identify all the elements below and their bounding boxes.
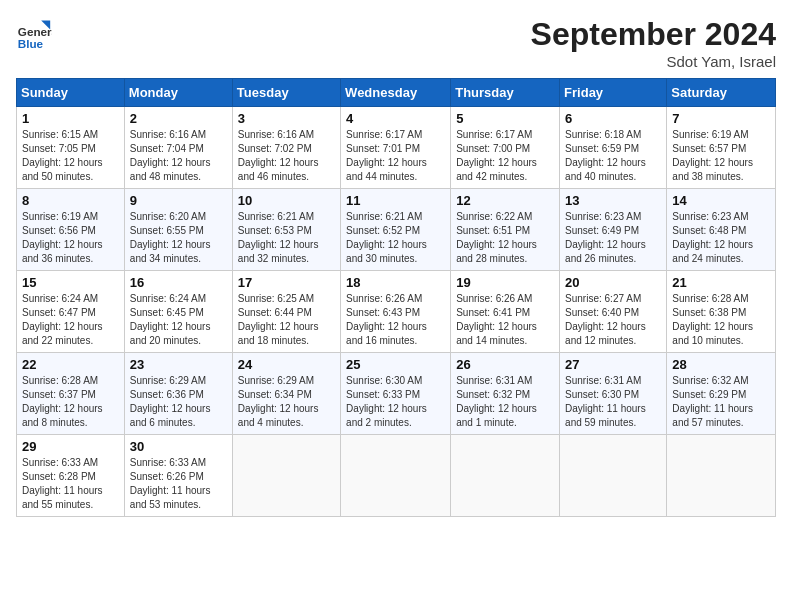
calendar-day-cell bbox=[341, 435, 451, 517]
calendar-week-row: 1Sunrise: 6:15 AM Sunset: 7:05 PM Daylig… bbox=[17, 107, 776, 189]
weekday-header-cell: Sunday bbox=[17, 79, 125, 107]
day-number: 11 bbox=[346, 193, 445, 208]
calendar-day-cell: 18Sunrise: 6:26 AM Sunset: 6:43 PM Dayli… bbox=[341, 271, 451, 353]
calendar-day-cell: 2Sunrise: 6:16 AM Sunset: 7:04 PM Daylig… bbox=[124, 107, 232, 189]
day-number: 27 bbox=[565, 357, 661, 372]
day-info: Sunrise: 6:30 AM Sunset: 6:33 PM Dayligh… bbox=[346, 374, 445, 430]
calendar-day-cell: 12Sunrise: 6:22 AM Sunset: 6:51 PM Dayli… bbox=[451, 189, 560, 271]
day-number: 9 bbox=[130, 193, 227, 208]
calendar-day-cell: 7Sunrise: 6:19 AM Sunset: 6:57 PM Daylig… bbox=[667, 107, 776, 189]
title-block: September 2024 Sdot Yam, Israel bbox=[531, 16, 776, 70]
calendar-day-cell: 13Sunrise: 6:23 AM Sunset: 6:49 PM Dayli… bbox=[560, 189, 667, 271]
calendar-day-cell bbox=[451, 435, 560, 517]
calendar-week-row: 8Sunrise: 6:19 AM Sunset: 6:56 PM Daylig… bbox=[17, 189, 776, 271]
day-info: Sunrise: 6:17 AM Sunset: 7:01 PM Dayligh… bbox=[346, 128, 445, 184]
calendar-day-cell: 8Sunrise: 6:19 AM Sunset: 6:56 PM Daylig… bbox=[17, 189, 125, 271]
day-info: Sunrise: 6:24 AM Sunset: 6:45 PM Dayligh… bbox=[130, 292, 227, 348]
calendar-day-cell bbox=[560, 435, 667, 517]
day-number: 25 bbox=[346, 357, 445, 372]
day-number: 12 bbox=[456, 193, 554, 208]
day-info: Sunrise: 6:18 AM Sunset: 6:59 PM Dayligh… bbox=[565, 128, 661, 184]
calendar-day-cell: 14Sunrise: 6:23 AM Sunset: 6:48 PM Dayli… bbox=[667, 189, 776, 271]
calendar-week-row: 15Sunrise: 6:24 AM Sunset: 6:47 PM Dayli… bbox=[17, 271, 776, 353]
day-number: 24 bbox=[238, 357, 335, 372]
weekday-header-cell: Saturday bbox=[667, 79, 776, 107]
page-header: General Blue September 2024 Sdot Yam, Is… bbox=[16, 16, 776, 70]
calendar-day-cell: 27Sunrise: 6:31 AM Sunset: 6:30 PM Dayli… bbox=[560, 353, 667, 435]
weekday-header-cell: Thursday bbox=[451, 79, 560, 107]
calendar-day-cell: 16Sunrise: 6:24 AM Sunset: 6:45 PM Dayli… bbox=[124, 271, 232, 353]
calendar-day-cell: 3Sunrise: 6:16 AM Sunset: 7:02 PM Daylig… bbox=[232, 107, 340, 189]
day-info: Sunrise: 6:23 AM Sunset: 6:49 PM Dayligh… bbox=[565, 210, 661, 266]
day-info: Sunrise: 6:28 AM Sunset: 6:37 PM Dayligh… bbox=[22, 374, 119, 430]
day-info: Sunrise: 6:29 AM Sunset: 6:36 PM Dayligh… bbox=[130, 374, 227, 430]
day-number: 21 bbox=[672, 275, 770, 290]
weekday-header-cell: Tuesday bbox=[232, 79, 340, 107]
calendar-day-cell: 21Sunrise: 6:28 AM Sunset: 6:38 PM Dayli… bbox=[667, 271, 776, 353]
location-subtitle: Sdot Yam, Israel bbox=[531, 53, 776, 70]
day-info: Sunrise: 6:31 AM Sunset: 6:30 PM Dayligh… bbox=[565, 374, 661, 430]
day-number: 8 bbox=[22, 193, 119, 208]
day-info: Sunrise: 6:26 AM Sunset: 6:41 PM Dayligh… bbox=[456, 292, 554, 348]
calendar-day-cell bbox=[667, 435, 776, 517]
calendar-day-cell: 25Sunrise: 6:30 AM Sunset: 6:33 PM Dayli… bbox=[341, 353, 451, 435]
day-info: Sunrise: 6:20 AM Sunset: 6:55 PM Dayligh… bbox=[130, 210, 227, 266]
day-number: 7 bbox=[672, 111, 770, 126]
day-info: Sunrise: 6:19 AM Sunset: 6:57 PM Dayligh… bbox=[672, 128, 770, 184]
day-number: 30 bbox=[130, 439, 227, 454]
weekday-header-cell: Friday bbox=[560, 79, 667, 107]
calendar-day-cell: 1Sunrise: 6:15 AM Sunset: 7:05 PM Daylig… bbox=[17, 107, 125, 189]
calendar-day-cell bbox=[232, 435, 340, 517]
day-number: 5 bbox=[456, 111, 554, 126]
day-number: 18 bbox=[346, 275, 445, 290]
day-info: Sunrise: 6:23 AM Sunset: 6:48 PM Dayligh… bbox=[672, 210, 770, 266]
calendar-day-cell: 4Sunrise: 6:17 AM Sunset: 7:01 PM Daylig… bbox=[341, 107, 451, 189]
logo-icon: General Blue bbox=[16, 16, 52, 52]
calendar-day-cell: 26Sunrise: 6:31 AM Sunset: 6:32 PM Dayli… bbox=[451, 353, 560, 435]
day-number: 14 bbox=[672, 193, 770, 208]
svg-text:General: General bbox=[18, 25, 52, 38]
day-number: 2 bbox=[130, 111, 227, 126]
calendar-day-cell: 19Sunrise: 6:26 AM Sunset: 6:41 PM Dayli… bbox=[451, 271, 560, 353]
calendar-day-cell: 17Sunrise: 6:25 AM Sunset: 6:44 PM Dayli… bbox=[232, 271, 340, 353]
day-number: 22 bbox=[22, 357, 119, 372]
calendar-day-cell: 6Sunrise: 6:18 AM Sunset: 6:59 PM Daylig… bbox=[560, 107, 667, 189]
day-info: Sunrise: 6:21 AM Sunset: 6:53 PM Dayligh… bbox=[238, 210, 335, 266]
calendar-day-cell: 23Sunrise: 6:29 AM Sunset: 6:36 PM Dayli… bbox=[124, 353, 232, 435]
day-number: 6 bbox=[565, 111, 661, 126]
svg-text:Blue: Blue bbox=[18, 37, 44, 50]
day-info: Sunrise: 6:32 AM Sunset: 6:29 PM Dayligh… bbox=[672, 374, 770, 430]
day-number: 15 bbox=[22, 275, 119, 290]
calendar-day-cell: 24Sunrise: 6:29 AM Sunset: 6:34 PM Dayli… bbox=[232, 353, 340, 435]
day-info: Sunrise: 6:16 AM Sunset: 7:04 PM Dayligh… bbox=[130, 128, 227, 184]
day-number: 1 bbox=[22, 111, 119, 126]
day-info: Sunrise: 6:33 AM Sunset: 6:28 PM Dayligh… bbox=[22, 456, 119, 512]
day-info: Sunrise: 6:22 AM Sunset: 6:51 PM Dayligh… bbox=[456, 210, 554, 266]
logo: General Blue bbox=[16, 16, 56, 52]
calendar-day-cell: 9Sunrise: 6:20 AM Sunset: 6:55 PM Daylig… bbox=[124, 189, 232, 271]
calendar-day-cell: 29Sunrise: 6:33 AM Sunset: 6:28 PM Dayli… bbox=[17, 435, 125, 517]
calendar-table: SundayMondayTuesdayWednesdayThursdayFrid… bbox=[16, 78, 776, 517]
day-number: 20 bbox=[565, 275, 661, 290]
day-number: 10 bbox=[238, 193, 335, 208]
day-info: Sunrise: 6:24 AM Sunset: 6:47 PM Dayligh… bbox=[22, 292, 119, 348]
weekday-header-cell: Monday bbox=[124, 79, 232, 107]
day-info: Sunrise: 6:15 AM Sunset: 7:05 PM Dayligh… bbox=[22, 128, 119, 184]
calendar-week-row: 22Sunrise: 6:28 AM Sunset: 6:37 PM Dayli… bbox=[17, 353, 776, 435]
day-info: Sunrise: 6:16 AM Sunset: 7:02 PM Dayligh… bbox=[238, 128, 335, 184]
day-info: Sunrise: 6:29 AM Sunset: 6:34 PM Dayligh… bbox=[238, 374, 335, 430]
day-number: 16 bbox=[130, 275, 227, 290]
weekday-header-cell: Wednesday bbox=[341, 79, 451, 107]
day-number: 3 bbox=[238, 111, 335, 126]
day-number: 23 bbox=[130, 357, 227, 372]
day-info: Sunrise: 6:28 AM Sunset: 6:38 PM Dayligh… bbox=[672, 292, 770, 348]
day-info: Sunrise: 6:27 AM Sunset: 6:40 PM Dayligh… bbox=[565, 292, 661, 348]
calendar-day-cell: 11Sunrise: 6:21 AM Sunset: 6:52 PM Dayli… bbox=[341, 189, 451, 271]
calendar-day-cell: 22Sunrise: 6:28 AM Sunset: 6:37 PM Dayli… bbox=[17, 353, 125, 435]
weekday-header-row: SundayMondayTuesdayWednesdayThursdayFrid… bbox=[17, 79, 776, 107]
day-number: 19 bbox=[456, 275, 554, 290]
day-info: Sunrise: 6:21 AM Sunset: 6:52 PM Dayligh… bbox=[346, 210, 445, 266]
day-number: 29 bbox=[22, 439, 119, 454]
month-title: September 2024 bbox=[531, 16, 776, 53]
calendar-day-cell: 10Sunrise: 6:21 AM Sunset: 6:53 PM Dayli… bbox=[232, 189, 340, 271]
